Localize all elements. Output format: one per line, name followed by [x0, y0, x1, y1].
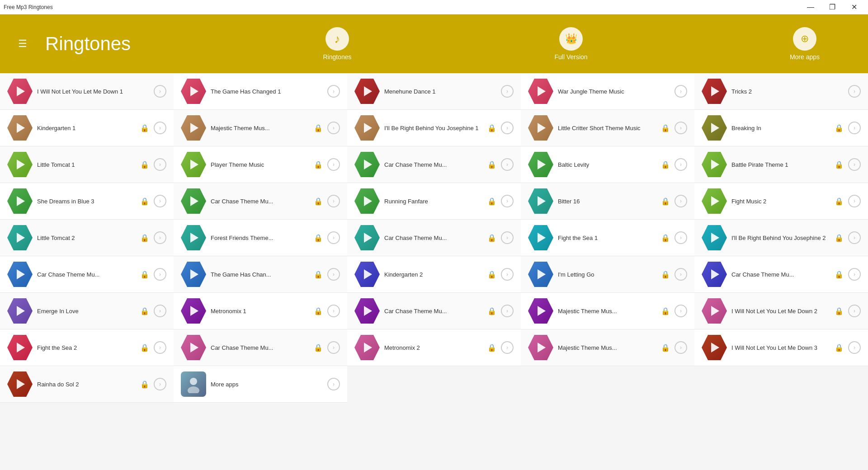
- song-thumbnail[interactable]: [702, 152, 727, 177]
- arrow-button[interactable]: ›: [501, 195, 514, 207]
- arrow-button[interactable]: ›: [848, 341, 861, 354]
- arrow-button[interactable]: ›: [501, 122, 514, 134]
- song-thumbnail[interactable]: [181, 115, 206, 141]
- song-thumbnail[interactable]: [528, 298, 553, 324]
- arrow-button[interactable]: ›: [327, 122, 340, 134]
- nav-ringtones[interactable]: ♪ Ringtones: [310, 27, 364, 61]
- song-thumbnail[interactable]: [528, 188, 553, 214]
- arrow-button[interactable]: ›: [848, 268, 861, 281]
- song-thumbnail[interactable]: [7, 335, 33, 360]
- arrow-button[interactable]: ›: [154, 305, 166, 317]
- play-icon: [17, 86, 25, 96]
- song-thumbnail[interactable]: [7, 115, 33, 141]
- arrow-button[interactable]: ›: [327, 231, 340, 244]
- arrow-button[interactable]: ›: [154, 122, 166, 134]
- arrow-button[interactable]: ›: [501, 158, 514, 171]
- nav-more-apps[interactable]: ⊕ More apps: [778, 27, 832, 61]
- song-thumbnail[interactable]: [7, 79, 33, 104]
- song-thumbnail[interactable]: [7, 262, 33, 287]
- play-icon: [190, 269, 198, 279]
- song-name: I Will Not Let You Let Me Down 1: [37, 88, 149, 95]
- song-thumbnail[interactable]: [354, 79, 380, 104]
- song-thumbnail[interactable]: [528, 79, 553, 104]
- arrow-button[interactable]: ›: [154, 378, 166, 390]
- arrow-button[interactable]: ›: [675, 341, 687, 354]
- arrow-button[interactable]: ›: [327, 268, 340, 281]
- arrow-button[interactable]: ›: [675, 122, 687, 134]
- arrow-button[interactable]: ›: [848, 158, 861, 171]
- song-thumbnail[interactable]: [702, 262, 727, 287]
- arrow-button[interactable]: ›: [675, 158, 687, 171]
- arrow-button[interactable]: ›: [327, 341, 340, 354]
- song-thumbnail[interactable]: [7, 225, 33, 250]
- arrow-button[interactable]: ›: [154, 85, 166, 98]
- arrow-button[interactable]: ›: [848, 231, 861, 244]
- arrow-button[interactable]: ›: [327, 158, 340, 171]
- arrow-button[interactable]: ›: [675, 268, 687, 281]
- song-thumbnail[interactable]: [702, 188, 727, 214]
- arrow-button[interactable]: ›: [327, 378, 340, 390]
- arrow-button[interactable]: ›: [154, 158, 166, 171]
- song-thumbnail[interactable]: [528, 115, 553, 141]
- lock-icon: 🔒: [487, 343, 496, 352]
- close-button[interactable]: ✕: [844, 0, 864, 14]
- nav-full-version[interactable]: 👑 Full Version: [544, 27, 598, 61]
- song-thumbnail[interactable]: [528, 225, 553, 250]
- arrow-button[interactable]: ›: [501, 268, 514, 281]
- song-thumbnail[interactable]: [7, 152, 33, 177]
- song-thumbnail[interactable]: [354, 115, 380, 141]
- song-thumbnail[interactable]: [702, 298, 727, 324]
- song-thumbnail[interactable]: [702, 335, 727, 360]
- arrow-button[interactable]: ›: [154, 341, 166, 354]
- song-thumbnail[interactable]: [354, 335, 380, 360]
- song-thumbnail[interactable]: [181, 188, 206, 214]
- song-thumbnail[interactable]: [7, 298, 33, 324]
- song-thumbnail[interactable]: [528, 262, 553, 287]
- arrow-button[interactable]: ›: [154, 195, 166, 207]
- song-thumbnail[interactable]: [528, 335, 553, 360]
- song-thumbnail[interactable]: [354, 188, 380, 214]
- song-thumbnail[interactable]: [181, 225, 206, 250]
- song-thumbnail[interactable]: [528, 152, 553, 177]
- arrow-button[interactable]: ›: [848, 85, 861, 98]
- arrow-button[interactable]: ›: [327, 195, 340, 207]
- arrow-button[interactable]: ›: [501, 85, 514, 98]
- song-thumbnail[interactable]: [181, 79, 206, 104]
- song-name: Menehune Dance 1: [384, 88, 496, 95]
- arrow-button[interactable]: ›: [675, 195, 687, 207]
- list-item: The Game Has Chan... 🔒 ›: [174, 256, 347, 293]
- play-icon: [711, 196, 719, 206]
- song-thumbnail[interactable]: [354, 298, 380, 324]
- arrow-button[interactable]: ›: [848, 195, 861, 207]
- arrow-button[interactable]: ›: [675, 305, 687, 317]
- arrow-button[interactable]: ›: [848, 122, 861, 134]
- song-thumbnail[interactable]: [7, 188, 33, 214]
- arrow-button[interactable]: ›: [327, 85, 340, 98]
- arrow-button[interactable]: ›: [154, 231, 166, 244]
- hamburger-icon[interactable]: ☰: [18, 38, 27, 50]
- list-item: Kindergarten 1 🔒 ›: [0, 110, 174, 146]
- song-thumbnail[interactable]: [181, 152, 206, 177]
- arrow-button[interactable]: ›: [501, 305, 514, 317]
- arrow-button[interactable]: ›: [848, 305, 861, 317]
- arrow-button[interactable]: ›: [327, 305, 340, 317]
- song-thumbnail[interactable]: [702, 115, 727, 141]
- song-thumbnail[interactable]: [181, 298, 206, 324]
- song-thumbnail[interactable]: [702, 225, 727, 250]
- arrow-button[interactable]: ›: [675, 85, 687, 98]
- song-thumbnail[interactable]: [181, 335, 206, 360]
- song-thumbnail[interactable]: [702, 79, 727, 104]
- song-thumbnail[interactable]: [181, 262, 206, 287]
- song-thumbnail[interactable]: [7, 371, 33, 397]
- arrow-button[interactable]: ›: [501, 341, 514, 354]
- arrow-button[interactable]: ›: [675, 231, 687, 244]
- song-thumbnail[interactable]: [354, 225, 380, 250]
- song-thumbnail[interactable]: [354, 262, 380, 287]
- minimize-button[interactable]: —: [800, 0, 821, 14]
- song-thumbnail[interactable]: [354, 152, 380, 177]
- arrow-button[interactable]: ›: [154, 268, 166, 281]
- list-item: Breaking In 🔒 ›: [694, 110, 868, 146]
- arrow-button[interactable]: ›: [501, 231, 514, 244]
- song-name: More apps: [211, 381, 323, 388]
- maximize-button[interactable]: ❐: [822, 0, 843, 14]
